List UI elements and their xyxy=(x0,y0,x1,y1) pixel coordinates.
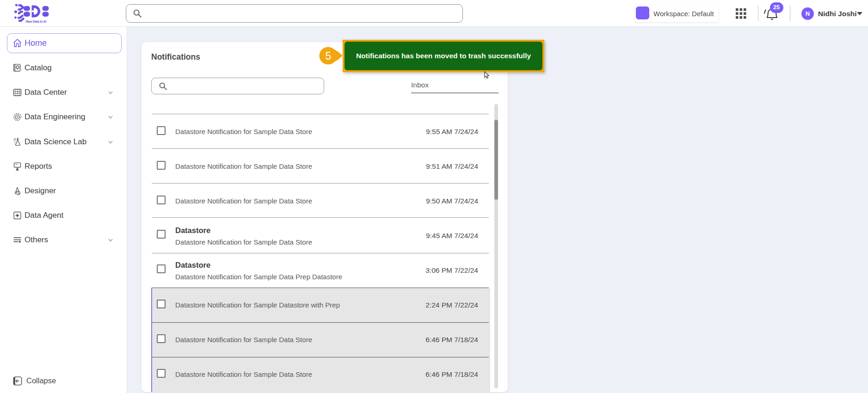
svg-text:5: 5 xyxy=(326,50,332,62)
svg-text:Raw Data to AI: Raw Data to AI xyxy=(26,20,47,23)
